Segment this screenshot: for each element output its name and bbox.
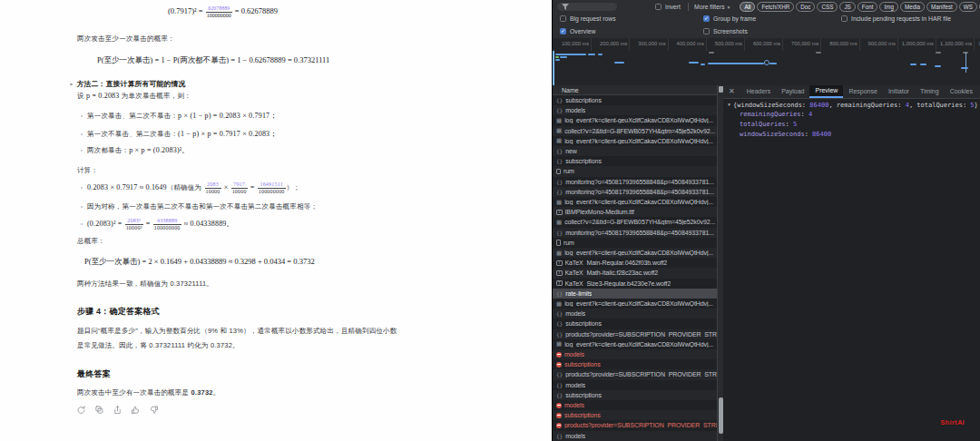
- json-value: 86400: [812, 131, 831, 138]
- request-row[interactable]: TKaTeX_Main-Regular.0462f03b.woff2: [553, 258, 717, 268]
- request-row[interactable]: models: [553, 349, 717, 359]
- request-row[interactable]: TKaTeX_Math-Italic.f28c23ac.woff2: [553, 268, 717, 278]
- json-property[interactable]: windowSizeSeconds: 86400: [723, 130, 980, 140]
- request-row[interactable]: subscriptions: [553, 359, 717, 369]
- waterfall-mark-blue: [910, 64, 916, 65]
- filter-pill-ws[interactable]: WS: [959, 2, 977, 12]
- text-segment: （精确值为: [167, 183, 204, 191]
- request-row[interactable]: {}subscriptions: [553, 156, 717, 166]
- request-name: monitoring?o=4508179396558848&p=45084933…: [565, 179, 714, 185]
- request-row[interactable]: {}products?provider=SUBSCRIPTION_PROVIDE…: [553, 369, 717, 379]
- checkbox-label: Big request rows: [570, 15, 616, 22]
- disclosure-triangle-icon[interactable]: ▼: [728, 102, 730, 107]
- request-row[interactable]: {}models: [553, 105, 717, 115]
- checkbox-group-by-frame[interactable]: ✓Group by frame: [703, 15, 756, 22]
- json-property[interactable]: remainingQueries: 4: [723, 110, 980, 120]
- braces-icon: {}: [556, 189, 563, 195]
- error-icon: [556, 423, 562, 428]
- request-row[interactable]: {}models: [553, 431, 717, 441]
- share-icon[interactable]: [113, 405, 122, 415]
- request-row[interactable]: ▦log_event?k=client-geuXclifCakavCD8XoIW…: [553, 136, 717, 146]
- checkbox-box[interactable]: [560, 15, 566, 22]
- filter-pill-js[interactable]: JS: [839, 2, 855, 12]
- request-row[interactable]: subscriptions: [553, 410, 717, 420]
- request-row[interactable]: ▦log_event?k=client-geuXclifCakavCD8XoIW…: [553, 115, 717, 125]
- request-row[interactable]: {}monitoring?o=4508179396558848&p=450849…: [553, 187, 717, 197]
- request-row[interactable]: rum: [553, 238, 717, 248]
- tab-headers[interactable]: Headers: [741, 85, 776, 98]
- thumbs-down-icon[interactable]: [149, 405, 159, 415]
- filter-input[interactable]: [557, 3, 617, 11]
- request-row[interactable]: ▦log_event?k=client-geuXclifCakavCD8XoIW…: [553, 197, 717, 207]
- filter-pill-font[interactable]: Font: [858, 2, 878, 12]
- more-filters-button[interactable]: More filters ▼: [694, 4, 730, 10]
- braces-icon: {}: [556, 320, 563, 327]
- request-row[interactable]: {}models: [553, 380, 717, 390]
- tab-preview[interactable]: Preview: [809, 85, 843, 98]
- tab-payload[interactable]: Payload: [776, 85, 809, 98]
- regenerate-icon[interactable]: [76, 405, 86, 415]
- filter-pill-img[interactable]: Img: [879, 2, 898, 12]
- tab-response[interactable]: Response: [843, 85, 883, 98]
- checkbox-box[interactable]: [841, 15, 848, 22]
- request-name: models: [565, 382, 585, 388]
- waterfall-mark-gray: [709, 52, 714, 54]
- filter-pill-css[interactable]: CSS: [817, 2, 838, 12]
- name-column-header[interactable]: Name: [553, 85, 717, 95]
- network-options-row-1: Big request rows✓Group by frameInclude p…: [553, 13, 980, 25]
- json-colon: :: [786, 121, 793, 128]
- checkbox-box[interactable]: ✓: [703, 15, 710, 22]
- total-probability-label: 总概率：: [77, 237, 105, 246]
- filter-pill-all[interactable]: All: [740, 2, 755, 12]
- request-row[interactable]: rum: [553, 166, 717, 176]
- request-row[interactable]: models: [553, 400, 717, 410]
- doc-icon: [556, 169, 561, 175]
- request-list-scrollbar[interactable]: [717, 85, 723, 441]
- filter-pill-media[interactable]: Media: [900, 2, 925, 12]
- request-row[interactable]: {}products?provider=SUBSCRIPTION_PROVIDE…: [553, 329, 717, 339]
- invert-checkbox[interactable]: [655, 4, 662, 10]
- checkbox-overview[interactable]: ✓Overview: [560, 28, 595, 34]
- request-name: collect?v=2&tid=G-8FEWB057YH&gtm=45je52k…: [564, 128, 715, 134]
- tab-timing[interactable]: Timing: [915, 85, 945, 98]
- checkbox-box[interactable]: ✓: [560, 28, 566, 34]
- request-row[interactable]: TIBMPlexMono-Medium.ttf: [553, 207, 717, 217]
- request-row[interactable]: ▦log_event?k=client-geuXclifCakavCD8XoIW…: [553, 339, 717, 349]
- request-row[interactable]: {}new: [553, 146, 717, 156]
- request-name: log_event?k=client-geuXclifCakavCD8XoIWw…: [564, 117, 713, 123]
- request-row[interactable]: {}monitoring?o=4508179396558848&p=450849…: [553, 177, 717, 187]
- checkbox-box[interactable]: [703, 28, 710, 34]
- request-row[interactable]: TKaTeX_Size3-Regular.b4230e7e.woff2: [553, 279, 717, 289]
- network-overview-waterfall[interactable]: [553, 51, 980, 86]
- request-row[interactable]: {}subscriptions: [553, 95, 717, 105]
- invert-checkbox-group[interactable]: Invert: [655, 4, 681, 10]
- braces-icon: {}: [556, 331, 563, 338]
- checkbox-include-pending-requests-in-har-file[interactable]: Include pending requests in HAR file: [841, 15, 951, 22]
- checkbox-big-request-rows[interactable]: Big request rows: [560, 15, 616, 22]
- filter-pill-manifest[interactable]: Manifest: [926, 2, 957, 12]
- request-row[interactable]: ▦log_event?k=client-geuXclifCakavCD8XoIW…: [553, 248, 717, 258]
- thumbs-up-icon[interactable]: [131, 405, 141, 415]
- request-row[interactable]: ▦collect?v=2&tid=G-8FEWB057YH&gtm=45je52…: [553, 217, 717, 227]
- request-row[interactable]: {}monitoring?o=4508179396558848&p=450849…: [553, 228, 717, 238]
- json-root-line[interactable]: ▼{windowSizeSeconds: 86400, remainingQue…: [723, 100, 980, 110]
- request-name: rum: [564, 240, 574, 246]
- request-row[interactable]: products?provider=SUBSCRIPTION_PROVIDER_…: [553, 420, 717, 430]
- request-row[interactable]: ▦log_event?k=client-geuXclifCakavCD8XoIW…: [553, 299, 717, 309]
- request-row[interactable]: ▦collect?v=2&tid=G-8FEWB057YH&gtm=45je52…: [553, 126, 717, 136]
- close-icon[interactable]: ✕: [723, 85, 741, 98]
- filter-pill-doc[interactable]: Doc: [796, 2, 815, 12]
- text-segment: {windowSizeSeconds:: [733, 102, 809, 109]
- request-row[interactable]: {}subscriptions: [553, 318, 717, 328]
- request-row[interactable]: {}subscriptions: [553, 390, 717, 400]
- json-root-summary: {windowSizeSeconds: 86400, remainingQuer…: [733, 102, 978, 109]
- checkbox-screenshots[interactable]: Screenshots: [703, 28, 748, 34]
- text-segment: 为单次暴击概率，则：: [120, 92, 191, 100]
- request-row[interactable]: {}rate-limits: [553, 289, 717, 299]
- tab-initiator[interactable]: Initiator: [883, 85, 915, 98]
- request-row[interactable]: {}models: [553, 309, 717, 318]
- tab-cookies[interactable]: Cookies: [945, 85, 978, 98]
- copy-icon[interactable]: [94, 405, 104, 415]
- filter-pill-fetch-xhr[interactable]: Fetch/XHR: [757, 2, 794, 12]
- json-property[interactable]: totalQueries: 5: [723, 120, 980, 130]
